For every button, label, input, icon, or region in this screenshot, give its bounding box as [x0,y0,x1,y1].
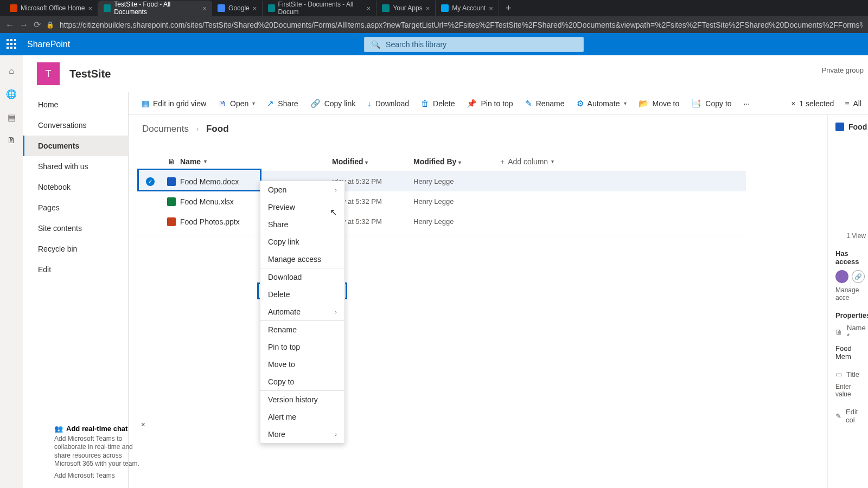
tab-firstsite[interactable]: FirstSite - Documents - All Docum× [263,1,376,16]
delete-button[interactable]: 🗑Delete [421,99,455,108]
close-icon[interactable]: × [367,4,371,12]
ctx-rename[interactable]: Rename [260,321,344,338]
tab-yourapps[interactable]: Your Apps× [376,1,436,16]
col-name[interactable]: Name▾ [180,157,332,166]
forward-icon[interactable]: → [20,20,28,30]
close-icon[interactable]: × [791,99,795,108]
reload-icon[interactable]: ⟳ [34,20,41,30]
ctx-manage-access[interactable]: Manage access [260,251,344,268]
nav-documents[interactable]: Documents [23,136,128,156]
ctx-delete[interactable]: Delete [260,286,344,303]
file-modified-by[interactable]: Henry Legge [413,177,500,185]
add-column-button[interactable]: +Add column ▾ [500,157,554,166]
more-button[interactable]: ··· [744,99,750,108]
chevron-down-icon: ▾ [204,158,207,164]
chat-card-title: Add real-time chat [66,425,127,433]
tab-add-button[interactable]: + [499,3,518,14]
download-button[interactable]: ↓Download [367,99,409,108]
nav-home[interactable]: Home [23,94,128,115]
close-icon[interactable]: × [141,420,145,429]
ctx-copy[interactable]: Copy to [260,373,344,390]
site-title[interactable]: TestSite [69,68,111,80]
table-row[interactable]: Food Menu.xlsx rday at 5:32 PM Henry Leg… [138,191,746,211]
file-modified-by[interactable]: Henry Legge [413,197,500,206]
copy-link-button[interactable]: 🔗Copy link [310,99,356,108]
nav-sitecontents[interactable]: Site contents [23,218,128,239]
app-launcher-icon[interactable] [7,39,17,50]
app-name[interactable]: SharePoint [27,40,70,49]
close-icon[interactable]: × [426,4,430,12]
nav-shared[interactable]: Shared with us [23,156,128,177]
close-icon[interactable]: × [489,4,493,12]
tab-testsite[interactable]: TestSite - Food - All Documents× [98,1,212,16]
site-logo[interactable]: T [37,62,60,85]
ctx-share[interactable]: Share [260,216,344,233]
file-modified-by[interactable]: Henry Legge [413,217,500,226]
ctx-download[interactable]: Download [260,268,344,286]
globe-icon[interactable]: 🌐 [6,89,17,99]
selection-count[interactable]: × 1 selected [791,99,834,108]
table-row[interactable]: Food Photos.pptx rday at 5:32 PM Henry L… [138,211,746,232]
pencil-icon: ✎ [835,412,841,420]
rename-icon: ✎ [525,99,532,108]
name-value[interactable]: Food Mem [835,344,868,361]
back-icon[interactable]: ← [5,20,14,30]
details-title: Food [848,123,867,131]
pin-button[interactable]: 📌Pin to top [467,99,513,108]
avatar[interactable] [835,270,848,283]
edit-grid-button[interactable]: ▦Edit in grid view [142,99,206,108]
ctx-move[interactable]: Move to [260,356,344,373]
ctx-copylink[interactable]: Copy link [260,233,344,251]
ctx-automate[interactable]: Automate› [260,303,344,320]
col-modified-by[interactable]: Modified By ▾ [413,157,500,166]
manage-access-link[interactable]: Manage acce [835,286,868,301]
copy-to-button[interactable]: 📑Copy to [691,99,731,108]
breadcrumb-root[interactable]: Documents [142,124,189,134]
ctx-pin[interactable]: Pin to top [260,338,344,356]
suite-bar: SharePoint 🔍 Search this library [0,33,868,55]
search-placeholder: Search this library [386,40,446,49]
ctx-alert[interactable]: Alert me [260,408,344,426]
title-placeholder[interactable]: Enter value [835,383,868,398]
views-count: 1 View [835,232,868,240]
nav-conversations[interactable]: Conversations [23,115,128,136]
breadcrumb: Documents › Food [142,124,229,134]
url-text[interactable]: https://citizenbuilders.sharepoint.com/s… [60,21,863,29]
link-icon[interactable]: 🔗 [852,270,865,283]
browser-tabs: Microsoft Office Home× TestSite - Food -… [0,0,868,16]
files-icon[interactable]: 🗎 [7,136,16,145]
ctx-preview[interactable]: Preview [260,198,344,216]
rename-button[interactable]: ✎Rename [525,99,565,108]
close-icon[interactable]: × [202,4,207,12]
edit-columns-link[interactable]: Edit col [846,408,868,424]
file-type-icon[interactable]: 🗎 [163,157,180,166]
ctx-open[interactable]: Open› [260,181,344,198]
copy-icon: 📑 [691,99,701,108]
flow-icon: ⚙ [577,99,584,108]
move-to-button[interactable]: 📂Move to [639,99,680,108]
automate-button[interactable]: ⚙Automate ▾ [577,99,627,108]
table-row[interactable]: ✓ Food Memo.docx rday at 5:32 PM Henry L… [138,171,746,191]
row-selected-icon[interactable]: ✓ [146,177,155,186]
add-teams-link[interactable]: Add Microsoft Teams [54,472,115,479]
tab-office[interactable]: Microsoft Office Home× [4,1,98,16]
tab-google[interactable]: Google× [212,1,263,16]
ctx-more[interactable]: More› [260,426,344,443]
ctx-version[interactable]: Version history [260,391,344,408]
view-all-button[interactable]: ≡ All [845,99,861,108]
home-icon[interactable]: ⌂ [9,66,14,76]
news-icon[interactable]: ▤ [8,112,16,123]
close-icon[interactable]: × [88,4,92,12]
nav-recyclebin[interactable]: Recycle bin [23,239,128,259]
nav-pages[interactable]: Pages [23,197,128,218]
share-button[interactable]: ↗Share [267,99,298,108]
nav-notebook[interactable]: Notebook [23,177,128,197]
close-icon[interactable]: × [253,4,257,12]
tab-myaccount[interactable]: My Account× [436,1,499,16]
nav-edit[interactable]: Edit [23,259,128,280]
open-button[interactable]: 🗎Open ▾ [218,99,255,108]
tab-label: My Account [452,4,486,12]
search-input[interactable]: 🔍 Search this library [364,37,584,52]
col-modified[interactable]: Modified ▾ [332,157,413,166]
name-label: Name * [847,324,868,340]
